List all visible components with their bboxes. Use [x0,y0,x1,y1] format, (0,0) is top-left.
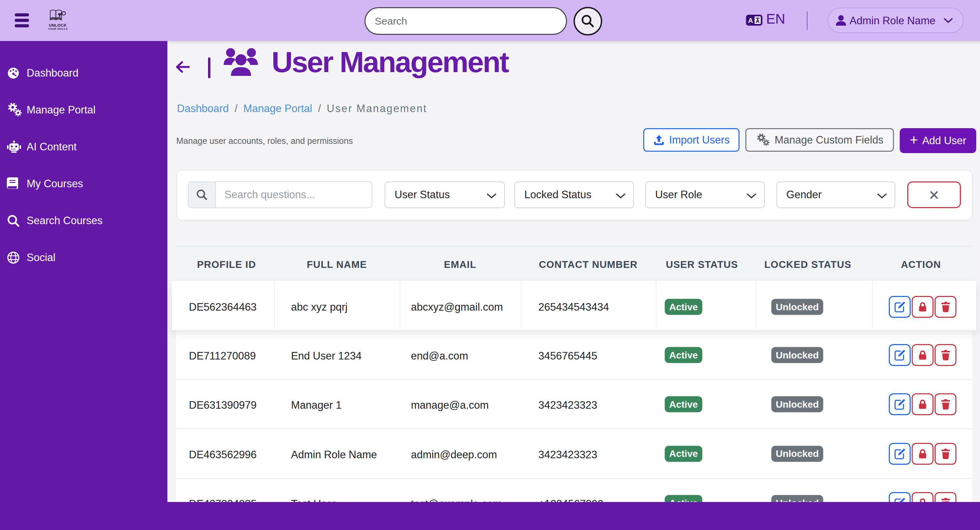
svg-text:A: A [748,17,753,24]
